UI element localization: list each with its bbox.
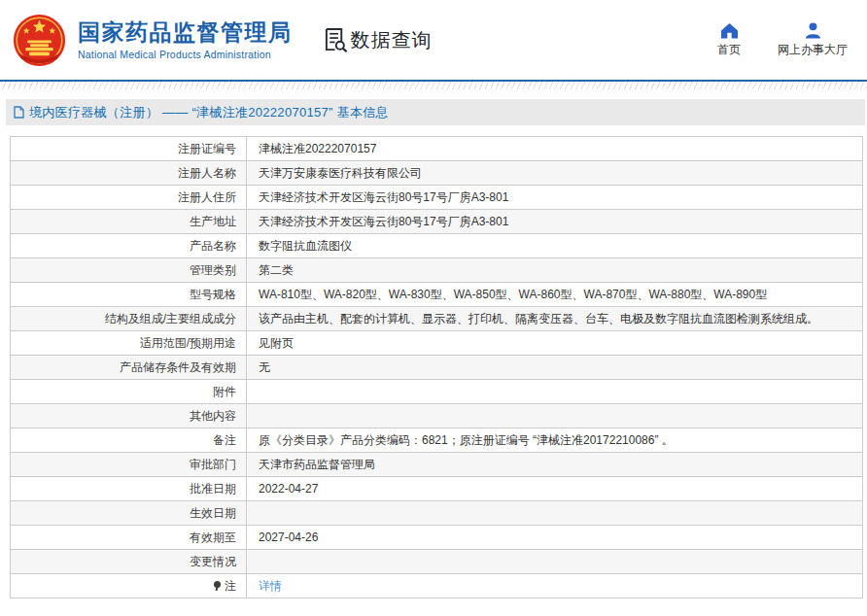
row-label: 结构及组成/主要组成成分 xyxy=(11,307,247,331)
row-value: 第二类 xyxy=(247,258,863,283)
table-row: 型号规格WA-810型、WA-820型、WA-830型、WA-850型、WA-8… xyxy=(11,283,863,307)
brand-title-en: National Medical Products Administration xyxy=(78,49,293,60)
row-label: 注 xyxy=(11,574,247,599)
table-row: 注册证编号津械注准20222070157 xyxy=(11,137,863,161)
row-value xyxy=(247,550,863,574)
table-row: 注册人名称天津万安康泰医疗科技有限公司 xyxy=(11,161,863,186)
row-label: 变更情况 xyxy=(11,550,247,574)
table-row: 产品名称数字阻抗血流图仪 xyxy=(11,234,863,258)
table-row: 管理类别第二类 xyxy=(11,258,863,283)
row-value: 2027-04-26 xyxy=(247,526,863,550)
row-label: 其他内容 xyxy=(11,404,247,428)
row-value: 2022-04-27 xyxy=(247,477,863,501)
row-label: 生产地址 xyxy=(11,210,247,234)
row-label: 注册人名称 xyxy=(11,161,247,186)
table-row: 有效期至2027-04-26 xyxy=(11,526,863,550)
row-value: 天津经济技术开发区海云街80号17号厂房A3-801 xyxy=(247,210,863,234)
nav-item-label: 首页 xyxy=(717,42,741,58)
note-detail-link[interactable]: 详情 xyxy=(259,579,282,593)
nav-item-home[interactable]: 首页 xyxy=(717,22,741,58)
row-label: 管理类别 xyxy=(11,258,247,283)
row-label: 批准日期 xyxy=(11,477,247,501)
row-value: 该产品由主机、配套的计算机、显示器、打印机、隔离变压器、台车、电极及数字阻抗血流… xyxy=(247,307,863,331)
table-row: 结构及组成/主要组成成分该产品由主机、配套的计算机、显示器、打印机、隔离变压器、… xyxy=(11,307,863,331)
page-title-bar: 境内医疗器械（注册） —— “津械注准20222070157” 基本信息 xyxy=(6,99,865,125)
site-header: 国家药品监督管理局 National Medical Products Admi… xyxy=(0,0,867,80)
row-label: 备注 xyxy=(11,428,247,453)
table-row: 批准日期2022-04-27 xyxy=(11,477,863,501)
page-title: 境内医疗器械（注册） —— “津械注准20222070157” 基本信息 xyxy=(29,104,389,121)
document-icon xyxy=(14,106,24,119)
brand-title-zh: 国家药品监督管理局 xyxy=(78,19,293,47)
hatched-separator xyxy=(0,82,867,89)
row-value: 见附页 xyxy=(247,331,863,356)
row-value: 天津市药品监督管理局 xyxy=(247,453,863,477)
table-row: 注册人住所天津经济技术开发区海云街80号17号厂房A3-801 xyxy=(11,186,863,210)
national-emblem-logo xyxy=(12,13,67,68)
row-label: 生效日期 xyxy=(11,501,247,526)
table-row: 生产地址天津经济技术开发区海云街80号17号厂房A3-801 xyxy=(11,210,863,234)
row-value: 天津经济技术开发区海云街80号17号厂房A3-801 xyxy=(247,186,863,210)
table-row: 审批部门天津市药品监督管理局 xyxy=(11,453,863,477)
registration-info-section: 注册证编号津械注准20222070157注册人名称天津万安康泰医疗科技有限公司注… xyxy=(10,136,863,599)
data-query-label: 数据查询 xyxy=(351,27,433,53)
table-row: 其他内容 xyxy=(11,404,863,428)
row-value: WA-810型、WA-820型、WA-830型、WA-850型、WA-860型、… xyxy=(247,283,863,307)
row-label: 有效期至 xyxy=(11,526,247,550)
row-label: 注册证编号 xyxy=(11,137,247,161)
row-value xyxy=(247,404,863,428)
row-value xyxy=(247,380,863,404)
pin-icon xyxy=(213,580,222,592)
row-value: 津械注准20222070157 xyxy=(247,137,863,161)
brand-title-block: 国家药品监督管理局 National Medical Products Admi… xyxy=(78,19,293,61)
row-label: 适用范围/预期用途 xyxy=(11,331,247,356)
person-icon xyxy=(804,22,822,39)
data-query-nav[interactable]: 数据查询 xyxy=(324,27,433,53)
row-label: 产品储存条件及有效期 xyxy=(11,356,247,380)
row-label: 注册人住所 xyxy=(11,186,247,210)
row-label: 产品名称 xyxy=(11,234,247,258)
table-row: 产品储存条件及有效期无 xyxy=(11,356,863,380)
row-value: 天津万安康泰医疗科技有限公司 xyxy=(247,161,863,186)
table-row: 变更情况 xyxy=(11,550,863,574)
table-row: 注详情 xyxy=(11,574,863,599)
header-nav: 首页 网上办事大厅 xyxy=(717,22,853,58)
row-label: 型号规格 xyxy=(11,283,247,307)
row-value: 原《分类目录》产品分类编码：6821；原注册证编号 “津械注准201722100… xyxy=(247,428,863,453)
row-value: 数字阻抗血流图仪 xyxy=(247,234,863,258)
row-label: 附件 xyxy=(11,380,247,404)
table-row: 适用范围/预期用途见附页 xyxy=(11,331,863,356)
row-value xyxy=(247,501,863,526)
nav-item-service-hall[interactable]: 网上办事大厅 xyxy=(778,22,848,58)
table-row: 附件 xyxy=(11,380,863,404)
nav-item-label: 网上办事大厅 xyxy=(778,42,848,58)
row-value: 详情 xyxy=(247,574,863,599)
home-icon xyxy=(720,22,739,39)
row-label: 审批部门 xyxy=(11,453,247,477)
registration-table-body: 注册证编号津械注准20222070157注册人名称天津万安康泰医疗科技有限公司注… xyxy=(11,137,863,599)
row-value: 无 xyxy=(247,356,863,380)
registration-table: 注册证编号津械注准20222070157注册人名称天津万安康泰医疗科技有限公司注… xyxy=(10,136,863,599)
document-search-icon xyxy=(324,27,348,52)
table-row: 生效日期 xyxy=(11,501,863,526)
table-row: 备注原《分类目录》产品分类编码：6821；原注册证编号 “津械注准2017221… xyxy=(11,428,863,453)
